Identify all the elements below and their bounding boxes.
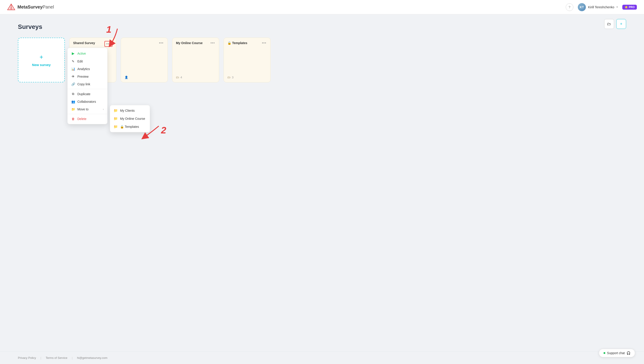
preview-icon: 👁	[71, 75, 75, 78]
card-menu-button-online-course[interactable]: •••	[210, 41, 215, 45]
logo-text: MetaSurveyPanel	[18, 5, 54, 10]
support-chat-emoji: 🎧	[626, 351, 630, 355]
help-button[interactable]: ?	[566, 3, 573, 11]
edit-label: Edit	[77, 60, 83, 63]
card-footer-online-course: 🗁 4	[176, 75, 215, 79]
card-footer-templates: 🗁 3	[228, 75, 267, 79]
card-menu-button-templates[interactable]: •••	[262, 41, 267, 45]
card-header-shared: Shared Survey •••	[73, 41, 112, 47]
folder-count-icon-online: 🗁	[176, 75, 179, 79]
card-footer-2: 👤	[124, 76, 164, 79]
card-header-online-course: My Online Course •••	[176, 41, 215, 46]
duplicate-icon: ⧉	[71, 92, 75, 96]
footer-email: hi@getmetasurvey.com	[77, 356, 108, 359]
header-right: ? KT Kirill Tereshchenko ▾ ⭐ PRO	[566, 3, 637, 11]
support-chat-label: Support chat	[607, 351, 625, 355]
submenu-item-my-online-course[interactable]: 📁 My Online Course	[110, 115, 150, 123]
survey-card-shared[interactable]: Shared Survey ••• 📊 0 ▶ Active ✎ Edit	[69, 38, 116, 82]
move-to-icon: 📁	[71, 107, 75, 111]
avatar-image: KT	[578, 3, 586, 11]
annotation-2-label: 2	[161, 125, 166, 136]
menu-divider-1	[68, 89, 107, 89]
menu-item-active[interactable]: ▶ Active	[68, 49, 107, 58]
chevron-down-icon: ▾	[616, 6, 618, 9]
card-header-2: •••	[124, 41, 164, 45]
submenu-arrow-icon: ›	[103, 108, 104, 111]
surveys-grid: + New survey Shared Survey ••• 📊 0 ▶ Ac	[18, 38, 626, 82]
folder-button[interactable]: 🗁	[604, 19, 614, 29]
edit-icon: ✎	[71, 60, 75, 63]
user-area[interactable]: KT Kirill Tereshchenko ▾	[578, 3, 618, 11]
folder-count-icon-templates: 🗁	[228, 75, 230, 79]
page-title: Surveys	[18, 23, 626, 31]
card-title-shared: Shared Survey	[73, 41, 104, 46]
toolbar: 🗁 +	[604, 19, 626, 29]
pro-badge: ⭐ PRO	[622, 5, 637, 10]
menu-item-copy-link[interactable]: 🔗 Copy link	[68, 80, 107, 88]
submenu-templates-label: 🔒 Templates	[120, 125, 139, 128]
folder-icon: 🗁	[607, 22, 611, 27]
person-icon: 👤	[124, 76, 128, 79]
menu-item-collaborators[interactable]: 👥 Collaborators	[68, 98, 107, 105]
move-to-label: Move to	[77, 107, 88, 111]
support-chat-button[interactable]: Support chat 🎧	[599, 349, 635, 357]
user-name: Kirill Tereshchenko	[588, 5, 614, 9]
menu-item-edit[interactable]: ✎ Edit	[68, 58, 107, 65]
preview-label: Preview	[77, 75, 88, 78]
support-online-dot	[604, 352, 605, 354]
folder-clients-icon: 📁	[114, 109, 118, 113]
main-content: Surveys 1 2 +	[0, 14, 644, 351]
logo-icon	[7, 3, 15, 11]
star-icon: ⭐	[624, 6, 628, 9]
submenu-item-my-clients[interactable]: 📁 My Clients	[110, 107, 150, 115]
copy-link-label: Copy link	[77, 82, 90, 86]
survey-card-online-course[interactable]: My Online Course ••• 🗁 4	[172, 38, 219, 82]
add-survey-button[interactable]: +	[616, 19, 626, 29]
new-survey-plus-icon: +	[40, 54, 43, 61]
logo-area[interactable]: MetaSurveyPanel	[7, 3, 54, 11]
card-menu-button-2[interactable]: •••	[158, 41, 164, 45]
menu-item-duplicate[interactable]: ⧉ Duplicate	[68, 90, 107, 98]
new-survey-card[interactable]: + New survey	[18, 38, 65, 82]
plus-icon: +	[620, 22, 622, 27]
collaborators-label: Collaborators	[77, 100, 96, 103]
avatar: KT	[578, 3, 586, 11]
survey-card-templates[interactable]: 🔒 Templates ••• 🗁 3	[224, 38, 270, 82]
footer-divider: |	[40, 356, 41, 359]
submenu-move-to: 📁 My Clients 📁 My Online Course 📁 🔒 Temp…	[110, 105, 150, 132]
analytics-icon: 📊	[71, 67, 75, 71]
collaborators-icon: 👥	[71, 100, 75, 103]
submenu-item-templates[interactable]: 📁 🔒 Templates	[110, 123, 150, 131]
card-header-templates: 🔒 Templates •••	[228, 41, 267, 46]
submenu-my-online-course-label: My Online Course	[120, 117, 145, 120]
folder-count-templates: 3	[232, 76, 234, 79]
card-title-online-course: My Online Course	[176, 41, 210, 46]
menu-item-preview[interactable]: 👁 Preview	[68, 73, 107, 80]
active-label: Active	[77, 52, 86, 55]
header: MetaSurveyPanel ? KT Kirill Tereshchenko…	[0, 0, 644, 14]
new-survey-label: New survey	[32, 63, 50, 67]
move-to-left: 📁 Move to	[71, 107, 88, 111]
folder-templates-icon: 📁	[114, 125, 118, 129]
copy-link-icon: 🔗	[71, 82, 75, 86]
privacy-policy-link[interactable]: Privacy Policy	[18, 356, 36, 359]
card-menu-button-shared[interactable]: •••	[104, 41, 112, 47]
analytics-label: Analytics	[77, 67, 90, 71]
delete-label: Delete	[77, 117, 86, 121]
card-title-templates: 🔒 Templates	[228, 41, 262, 46]
delete-icon: 🗑	[71, 117, 75, 121]
menu-divider-2	[68, 114, 107, 114]
submenu-my-clients-label: My Clients	[120, 109, 134, 112]
folder-online-course-icon: 📁	[114, 117, 118, 121]
terms-of-service-link[interactable]: Terms of Service	[46, 356, 67, 359]
active-icon: ▶	[71, 51, 75, 56]
menu-item-delete[interactable]: 🗑 Delete	[68, 115, 107, 123]
folder-count-online: 4	[180, 76, 182, 79]
menu-item-analytics[interactable]: 📊 Analytics	[68, 65, 107, 73]
survey-card-2[interactable]: ••• 👤	[121, 38, 168, 82]
surveys-wrapper: 1 2 + New survey	[18, 38, 626, 82]
duplicate-label: Duplicate	[77, 92, 90, 96]
footer-divider-2: |	[72, 356, 72, 359]
footer: Privacy Policy | Terms of Service | hi@g…	[0, 351, 644, 364]
menu-item-move-to[interactable]: 📁 Move to ›	[68, 105, 107, 113]
